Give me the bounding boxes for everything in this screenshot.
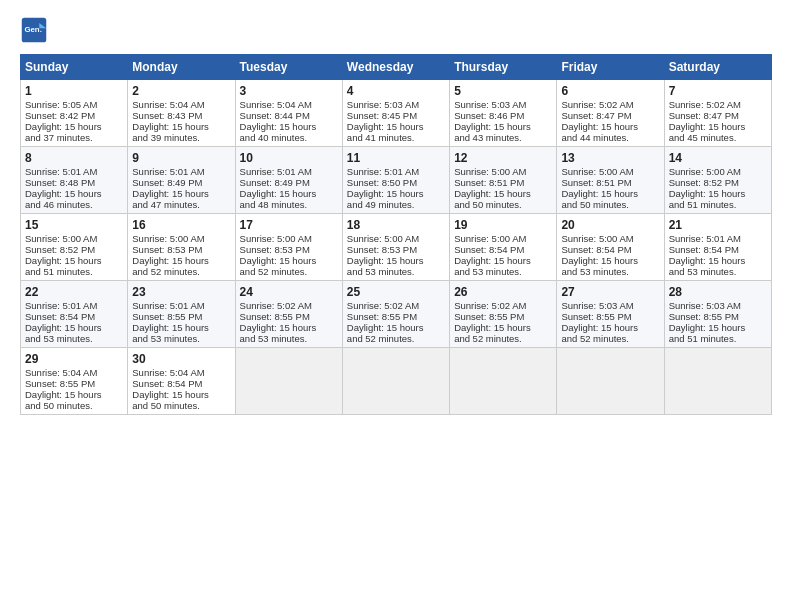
day-number: 28 (669, 285, 767, 299)
calendar-cell: 22Sunrise: 5:01 AMSunset: 8:54 PMDayligh… (21, 281, 128, 348)
day-info-line: Sunset: 8:52 PM (669, 177, 767, 188)
day-info-line: Sunrise: 5:01 AM (25, 300, 123, 311)
day-info-line: and 48 minutes. (240, 199, 338, 210)
day-number: 25 (347, 285, 445, 299)
day-info-line: Daylight: 15 hours (454, 188, 552, 199)
day-number: 13 (561, 151, 659, 165)
day-info-line: and 52 minutes. (347, 333, 445, 344)
day-info-line: Sunset: 8:53 PM (347, 244, 445, 255)
day-info-line: Daylight: 15 hours (347, 121, 445, 132)
day-info-line: Sunset: 8:55 PM (25, 378, 123, 389)
day-info-line: and 49 minutes. (347, 199, 445, 210)
day-info-line: and 50 minutes. (25, 400, 123, 411)
day-info-line: Sunset: 8:53 PM (240, 244, 338, 255)
day-info-line: and 52 minutes. (240, 266, 338, 277)
week-row-2: 8Sunrise: 5:01 AMSunset: 8:48 PMDaylight… (21, 147, 772, 214)
day-info-line: Sunrise: 5:00 AM (240, 233, 338, 244)
day-info-line: Sunrise: 5:00 AM (561, 233, 659, 244)
day-number: 30 (132, 352, 230, 366)
day-info-line: Sunset: 8:47 PM (561, 110, 659, 121)
day-number: 18 (347, 218, 445, 232)
day-info-line: Sunrise: 5:02 AM (669, 99, 767, 110)
day-number: 2 (132, 84, 230, 98)
day-info-line: Daylight: 15 hours (669, 322, 767, 333)
header: Gen. (20, 16, 772, 44)
day-info-line: Sunset: 8:54 PM (132, 378, 230, 389)
day-info-line: and 52 minutes. (132, 266, 230, 277)
day-info-line: Sunrise: 5:00 AM (669, 166, 767, 177)
day-info-line: Daylight: 15 hours (561, 255, 659, 266)
day-info-line: Sunset: 8:47 PM (669, 110, 767, 121)
day-info-line: and 50 minutes. (561, 199, 659, 210)
calendar-cell: 9Sunrise: 5:01 AMSunset: 8:49 PMDaylight… (128, 147, 235, 214)
weekday-header-saturday: Saturday (664, 55, 771, 80)
svg-text:Gen.: Gen. (24, 25, 41, 34)
day-info-line: and 46 minutes. (25, 199, 123, 210)
day-number: 21 (669, 218, 767, 232)
day-info-line: Sunset: 8:49 PM (240, 177, 338, 188)
calendar-cell: 28Sunrise: 5:03 AMSunset: 8:55 PMDayligh… (664, 281, 771, 348)
day-info-line: Daylight: 15 hours (669, 188, 767, 199)
calendar-cell: 21Sunrise: 5:01 AMSunset: 8:54 PMDayligh… (664, 214, 771, 281)
calendar-cell (235, 348, 342, 415)
day-info-line: Sunrise: 5:01 AM (25, 166, 123, 177)
week-row-3: 15Sunrise: 5:00 AMSunset: 8:52 PMDayligh… (21, 214, 772, 281)
calendar-cell: 30Sunrise: 5:04 AMSunset: 8:54 PMDayligh… (128, 348, 235, 415)
day-info-line: and 53 minutes. (347, 266, 445, 277)
day-info-line: Sunrise: 5:01 AM (132, 166, 230, 177)
day-info-line: Daylight: 15 hours (25, 389, 123, 400)
day-info-line: Sunset: 8:54 PM (25, 311, 123, 322)
day-info-line: Sunset: 8:54 PM (454, 244, 552, 255)
day-info-line: Sunrise: 5:02 AM (454, 300, 552, 311)
day-info-line: and 37 minutes. (25, 132, 123, 143)
weekday-header-tuesday: Tuesday (235, 55, 342, 80)
calendar-page: Gen. SundayMondayTuesdayWednesdayThursda… (0, 0, 792, 612)
day-info-line: Sunset: 8:45 PM (347, 110, 445, 121)
day-number: 8 (25, 151, 123, 165)
day-info-line: Sunrise: 5:01 AM (240, 166, 338, 177)
day-info-line: and 50 minutes. (132, 400, 230, 411)
day-number: 5 (454, 84, 552, 98)
day-info-line: Sunrise: 5:01 AM (669, 233, 767, 244)
calendar-cell: 17Sunrise: 5:00 AMSunset: 8:53 PMDayligh… (235, 214, 342, 281)
day-info-line: and 39 minutes. (132, 132, 230, 143)
day-info-line: and 53 minutes. (561, 266, 659, 277)
day-info-line: and 45 minutes. (669, 132, 767, 143)
day-info-line: and 51 minutes. (25, 266, 123, 277)
day-info-line: Daylight: 15 hours (561, 188, 659, 199)
day-info-line: Daylight: 15 hours (132, 121, 230, 132)
day-info-line: Sunset: 8:46 PM (454, 110, 552, 121)
day-info-line: Daylight: 15 hours (347, 255, 445, 266)
day-info-line: Daylight: 15 hours (347, 322, 445, 333)
day-number: 12 (454, 151, 552, 165)
calendar-cell: 19Sunrise: 5:00 AMSunset: 8:54 PMDayligh… (450, 214, 557, 281)
weekday-header-wednesday: Wednesday (342, 55, 449, 80)
calendar-cell: 20Sunrise: 5:00 AMSunset: 8:54 PMDayligh… (557, 214, 664, 281)
day-number: 20 (561, 218, 659, 232)
day-number: 6 (561, 84, 659, 98)
day-info-line: and 50 minutes. (454, 199, 552, 210)
day-info-line: Sunset: 8:44 PM (240, 110, 338, 121)
day-number: 24 (240, 285, 338, 299)
day-info-line: Daylight: 15 hours (132, 188, 230, 199)
day-info-line: Daylight: 15 hours (669, 255, 767, 266)
calendar-cell (557, 348, 664, 415)
day-number: 27 (561, 285, 659, 299)
day-info-line: Daylight: 15 hours (132, 389, 230, 400)
day-info-line: Daylight: 15 hours (454, 322, 552, 333)
calendar-cell: 18Sunrise: 5:00 AMSunset: 8:53 PMDayligh… (342, 214, 449, 281)
day-info-line: and 52 minutes. (561, 333, 659, 344)
day-info-line: Daylight: 15 hours (240, 255, 338, 266)
day-info-line: Sunrise: 5:01 AM (132, 300, 230, 311)
day-info-line: and 53 minutes. (25, 333, 123, 344)
calendar-cell: 12Sunrise: 5:00 AMSunset: 8:51 PMDayligh… (450, 147, 557, 214)
day-info-line: Sunrise: 5:03 AM (454, 99, 552, 110)
weekday-header-friday: Friday (557, 55, 664, 80)
calendar-cell: 4Sunrise: 5:03 AMSunset: 8:45 PMDaylight… (342, 80, 449, 147)
day-info-line: and 41 minutes. (347, 132, 445, 143)
day-info-line: Sunrise: 5:00 AM (454, 233, 552, 244)
day-number: 3 (240, 84, 338, 98)
day-info-line: and 51 minutes. (669, 333, 767, 344)
day-info-line: Sunrise: 5:04 AM (132, 99, 230, 110)
day-info-line: Sunset: 8:54 PM (561, 244, 659, 255)
